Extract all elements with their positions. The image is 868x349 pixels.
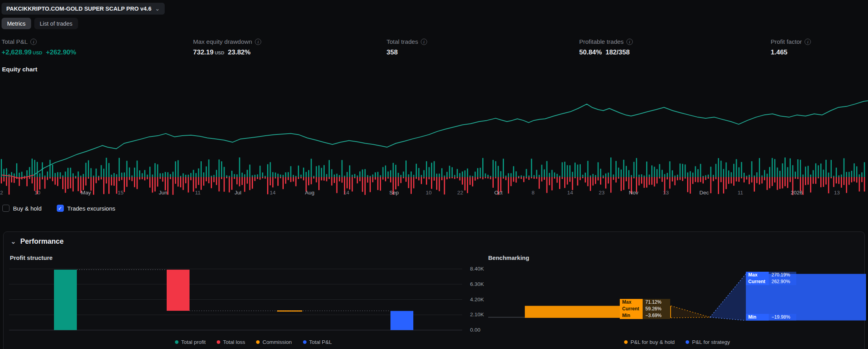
profit-structure-legend: Total profit Total loss Commission Total… (9, 339, 498, 345)
strategy-max-chip: Max270.19% (746, 272, 796, 278)
info-icon[interactable]: i (626, 39, 633, 45)
strategy-current-chip: Current262.90% (746, 278, 796, 285)
benchmarking-legend: P&L for buy & hold P&L for strategy (488, 339, 866, 345)
tab-list-of-trades[interactable]: List of trades (34, 18, 78, 29)
info-icon[interactable]: i (255, 39, 261, 45)
metric-value: 50.84%182/358 (579, 49, 633, 56)
tab-bar: Metrics List of trades (2, 18, 78, 29)
buy-and-hold-checkbox[interactable]: Buy & hold (2, 205, 42, 212)
metric-profit-factor: Profit factori 1.465 (771, 38, 811, 56)
checkbox-label: Trades excursions (67, 205, 115, 212)
legend-dot (624, 340, 628, 344)
bar-total-pnl (390, 311, 413, 330)
svg-text:Jun: Jun (159, 190, 167, 196)
svg-text:11: 11 (195, 190, 201, 196)
legend-dot (686, 340, 689, 344)
svg-text:Jul: Jul (234, 190, 241, 196)
metric-label: Profit factor (771, 38, 802, 45)
metric-max-drawdown: Max equity drawdowni 732.19USD23.82% (193, 38, 261, 56)
legend-item-commission: Commission (256, 339, 292, 345)
trades-excursions-checkbox[interactable]: ✓ Trades excursions (57, 205, 115, 212)
svg-text:Aug: Aug (305, 190, 314, 196)
svg-text:15: 15 (117, 190, 123, 196)
performance-section: ⌄ Performance Profit structure Benchmark… (3, 231, 865, 349)
svg-text:Oct: Oct (494, 190, 502, 196)
svg-text:2: 2 (0, 190, 3, 196)
info-icon[interactable]: i (421, 39, 427, 45)
info-icon[interactable]: i (805, 39, 811, 45)
svg-text:14: 14 (567, 190, 573, 196)
buyhold-current-chip: Current59.26% (620, 306, 670, 312)
legend-dot (175, 340, 178, 344)
bar-commission (277, 310, 302, 312)
equity-chart[interactable]: 210May15Jun11Jul14Aug14Sep1022Oct81423No… (0, 78, 868, 198)
tab-metrics[interactable]: Metrics (2, 18, 31, 29)
legend-item-total-loss: Total loss (217, 339, 245, 345)
bar-total-loss (167, 270, 190, 311)
benchmarking-chart: Max71.12% Current59.26% Min−3.69% Max270… (488, 265, 866, 336)
collapse-chevron-icon: ⌄ (11, 240, 16, 244)
equity-chart-options: Buy & hold ✓ Trades excursions (2, 205, 115, 212)
legend-dot (256, 340, 260, 344)
metric-profitable-trades: Profitable tradesi 50.84%182/358 (579, 38, 633, 56)
checkbox-label: Buy & hold (13, 205, 42, 212)
metrics-row: Total P&Li +2,628.99USD+262.90% Max equi… (0, 38, 868, 63)
svg-text:14: 14 (343, 190, 349, 196)
svg-text:13: 13 (834, 190, 840, 196)
profit-structure-chart: 8.40K6.30K4.20K2.10K0.00 (9, 265, 498, 336)
metric-label: Total P&L (2, 38, 28, 45)
metric-value: 732.19USD23.82% (193, 49, 261, 56)
svg-text:Nov: Nov (629, 190, 638, 196)
svg-text:6.30K: 6.30K (470, 281, 484, 287)
metric-total-pnl: Total P&Li +2,628.99USD+262.90% (2, 38, 76, 56)
metric-value: 1.465 (771, 49, 811, 56)
bar-total-profit (54, 270, 77, 330)
svg-text:4.20K: 4.20K (470, 297, 484, 302)
strategy-selector-button[interactable]: PAKCIKKRIPTO.COM-GOLD SUPER SCALP PRO v4… (2, 3, 165, 15)
svg-text:8.40K: 8.40K (470, 266, 484, 272)
metric-total-trades: Total tradesi 358 (387, 38, 427, 56)
svg-text:Sep: Sep (389, 190, 399, 196)
trade-excursion-bars (1, 157, 865, 195)
legend-item-total-pnl: Total P&L (303, 339, 332, 345)
svg-text:Dec: Dec (699, 190, 709, 196)
profit-structure-title: Profit structure (10, 254, 52, 261)
legend-item-buy-hold: P&L for buy & hold (624, 339, 675, 345)
metric-label: Total trades (387, 38, 418, 45)
chevron-down-icon: ⌄ (155, 7, 160, 11)
svg-text:10: 10 (426, 190, 431, 196)
equity-chart-title: Equity chart (2, 66, 37, 73)
buyhold-max-chip: Max71.12% (620, 299, 670, 306)
svg-text:11: 11 (738, 190, 743, 196)
performance-section-header[interactable]: ⌄ Performance (11, 237, 63, 246)
strategy-selector-label: PAKCIKKRIPTO.COM-GOLD SUPER SCALP PRO v4… (6, 6, 151, 12)
checkbox-unchecked-icon (2, 205, 9, 212)
svg-text:2026: 2026 (791, 190, 803, 196)
svg-text:May: May (81, 190, 91, 196)
benchmarking-chart-canvas (488, 265, 866, 336)
svg-text:0.00: 0.00 (470, 327, 480, 333)
svg-text:2.10K: 2.10K (470, 312, 484, 317)
metric-value: 358 (387, 49, 427, 56)
performance-title: Performance (20, 237, 63, 246)
legend-item-total-profit: Total profit (175, 339, 206, 345)
svg-text:13: 13 (663, 190, 669, 196)
metric-label: Max equity drawdown (193, 38, 252, 45)
equity-x-axis: 210May15Jun11Jul14Aug14Sep1022Oct81423No… (0, 190, 840, 196)
equity-line (34, 101, 868, 175)
metric-label: Profitable trades (579, 38, 624, 45)
buyhold-min-chip: Min−3.69% (620, 312, 670, 319)
svg-text:23: 23 (598, 190, 604, 196)
legend-item-strategy: P&L for strategy (686, 339, 730, 345)
benchmarking-title: Benchmarking (488, 254, 529, 261)
metric-value: +2,628.99USD+262.90% (2, 49, 76, 56)
checkbox-checked-icon: ✓ (57, 205, 64, 212)
svg-text:10: 10 (34, 190, 40, 196)
svg-text:8: 8 (532, 190, 535, 196)
svg-text:14: 14 (270, 190, 276, 196)
legend-dot (217, 340, 220, 344)
legend-dot (303, 340, 307, 344)
svg-text:22: 22 (457, 190, 463, 196)
info-icon[interactable]: i (30, 39, 37, 45)
strategy-min-chip: Min−19.98% (746, 314, 796, 321)
